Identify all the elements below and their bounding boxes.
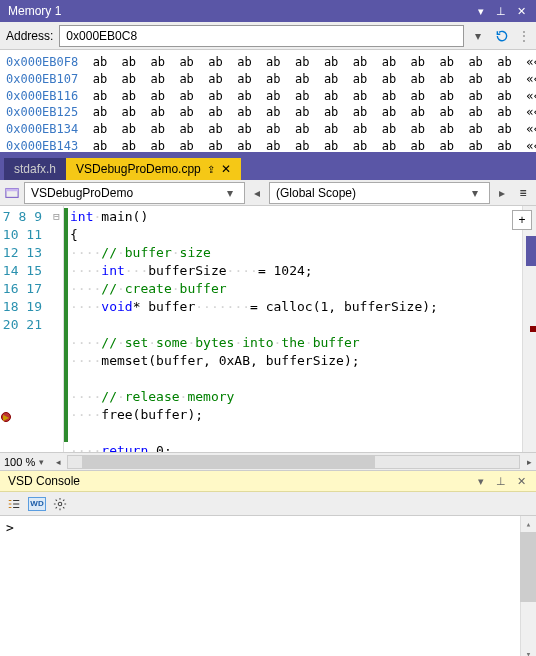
code-body[interactable]: int·main() { ····//·buffer·size ····int·…: [68, 206, 522, 452]
refresh-icon: [495, 29, 509, 43]
memory-pin-icon[interactable]: ⊥: [494, 4, 508, 18]
memory-dropdown-icon[interactable]: ▾: [474, 4, 488, 18]
chevron-down-icon: ▾: [467, 186, 483, 200]
editor-statusbar: 100 % ▾ ◂ ▸: [0, 452, 536, 470]
vsd-pin-icon[interactable]: ⊥: [494, 474, 508, 488]
memory-toolbar: Address: ▾ ⋮: [0, 22, 536, 50]
svg-point-2: [58, 502, 62, 506]
memory-hexdump[interactable]: 0x000EB0F8 ab ab ab ab ab ab ab ab ab ab…: [0, 50, 536, 152]
outline-margin[interactable]: ⊟: [50, 206, 64, 452]
nav-forward-icon[interactable]: ▸: [494, 186, 510, 200]
zoom-dropdown-icon[interactable]: ▾: [39, 457, 51, 467]
hscroll-left-icon[interactable]: ◂: [51, 457, 65, 467]
nav-back-icon[interactable]: ◂: [249, 186, 265, 200]
task-list-icon[interactable]: [6, 496, 22, 512]
memory-pane-header: Memory 1 ▾ ⊥ ✕: [0, 0, 536, 22]
zoom-level[interactable]: 100 %: [0, 456, 39, 468]
memory-pane-title: Memory 1: [8, 4, 61, 18]
project-dropdown[interactable]: VSDebugProDemo ▾: [24, 182, 245, 204]
tab-label: VSDebugProDemo.cpp: [76, 162, 201, 176]
vsd-console-header: VSD Console ▾ ⊥ ✕: [0, 470, 536, 492]
vsd-close-icon[interactable]: ✕: [514, 474, 528, 488]
vsd-prompt: >: [6, 520, 14, 535]
project-icon: [4, 185, 20, 201]
horizontal-scrollbar[interactable]: [67, 455, 520, 469]
vscroll-up-icon[interactable]: ▴: [521, 516, 536, 532]
chevron-down-icon: ▾: [222, 186, 238, 200]
vsd-toolbar: WD: [0, 492, 536, 516]
vsd-console-title: VSD Console: [8, 474, 80, 488]
vscroll-down-icon[interactable]: ▾: [521, 646, 536, 656]
vsd-vertical-scrollbar[interactable]: ▴ ▾: [520, 516, 536, 656]
word-wrap-icon[interactable]: WD: [28, 497, 46, 511]
hscroll-thumb[interactable]: [82, 456, 375, 468]
editor-tabstrip: stdafx.h VSDebugProDemo.cpp ⇪ ✕: [0, 152, 536, 180]
address-dropdown-icon[interactable]: ▾: [470, 29, 486, 43]
address-label: Address:: [6, 29, 53, 43]
editor-toolbar: VSDebugProDemo ▾ ◂ (Global Scope) ▾ ▸ ≡: [0, 180, 536, 206]
refresh-button[interactable]: [492, 26, 512, 46]
scrollmap-breakpoint-mark: [530, 326, 536, 332]
memory-overflow-indicator: ⋮: [518, 29, 530, 43]
code-editor[interactable]: ▶ 7 8 9 10 11 12 13 14 15 16 17 18 19 20…: [0, 206, 536, 452]
vsd-console-body[interactable]: > ▴ ▾: [0, 516, 536, 656]
tab-close-icon[interactable]: ✕: [221, 162, 231, 176]
address-input[interactable]: [59, 25, 464, 47]
scroll-map[interactable]: [522, 206, 536, 452]
tab-stdafx[interactable]: stdafx.h: [4, 158, 66, 180]
scope-dropdown[interactable]: (Global Scope) ▾: [269, 182, 490, 204]
vscroll-thumb[interactable]: [520, 532, 536, 602]
gear-icon[interactable]: [52, 496, 68, 512]
tab-label: stdafx.h: [14, 162, 56, 176]
vsd-dropdown-icon[interactable]: ▾: [474, 474, 488, 488]
hamburger-icon[interactable]: ≡: [514, 186, 532, 200]
scrollmap-viewport: [526, 236, 536, 266]
memory-close-icon[interactable]: ✕: [514, 4, 528, 18]
split-button[interactable]: +: [512, 210, 532, 230]
svg-rect-1: [6, 188, 18, 191]
tab-vsdebugprodemo[interactable]: VSDebugProDemo.cpp ⇪ ✕: [66, 158, 241, 180]
project-dropdown-text: VSDebugProDemo: [31, 186, 133, 200]
scope-dropdown-text: (Global Scope): [276, 186, 356, 200]
line-number-gutter: 7 8 9 10 11 12 13 14 15 16 17 18 19 20 2…: [0, 206, 50, 452]
hscroll-right-icon[interactable]: ▸: [522, 457, 536, 467]
tab-pin-icon[interactable]: ⇪: [207, 164, 215, 175]
